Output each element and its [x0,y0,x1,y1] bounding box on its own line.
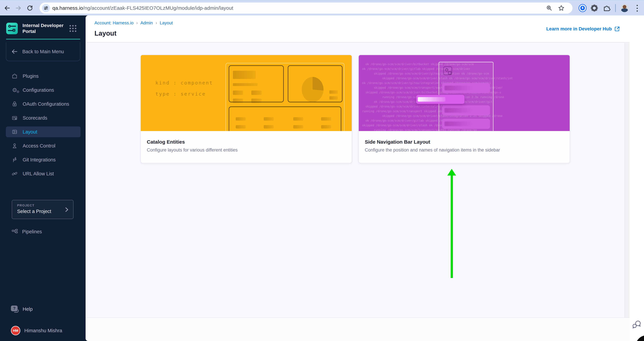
mock-about-card [229,65,284,102]
annotation-arrow-head [447,169,456,176]
sidebar-item-oauth-configurations[interactable]: OAuth Configurations [6,99,80,109]
zoom-icon[interactable] [546,5,552,11]
pipelines-icon [12,228,18,235]
scorecard-icon [12,115,18,121]
puzzle-icon [12,73,18,79]
page-header: Account: Harness.io › Admin › Layout Lay… [86,16,630,43]
catalog-entities-card[interactable]: kind : component type : service [140,55,352,163]
scrollbar-track[interactable] [624,43,630,317]
mock-chart-card [288,65,342,102]
chat-support-icon[interactable] [632,320,642,329]
user-name: Himanshu Mishra [24,328,62,333]
screen: qa.harness.io/ng/account/zEaak-FLS425IEO… [0,0,644,341]
annotation-arrow-shaft [451,175,453,278]
module-grid-icon[interactable] [70,25,76,32]
sidebar-item-pipelines[interactable]: Pipelines [6,226,80,237]
sidebar-item-layout[interactable]: Layout [6,127,80,137]
gears-icon: ⚙ [12,87,18,93]
site-settings-icon[interactable] [42,4,50,12]
link-icon [12,171,18,177]
mock-table-card [229,107,341,131]
extensions-puzzle-icon[interactable] [603,4,611,13]
sidebar-item-configurations[interactable]: ⚙ Configurations [6,85,80,95]
learn-more-link[interactable]: Learn more in Developer Hub [546,26,620,32]
project-value: Select a Project [17,209,51,214]
yaml-kind-text: kind : component [156,80,213,86]
password-manager-extension-icon[interactable] [578,4,586,12]
card-subtitle: Configure the position and names of navi… [365,148,564,153]
sidebar-help[interactable]: Help [6,304,80,314]
yaml-type-text: type : service [156,91,206,97]
mock-sidebar-logo [443,66,452,75]
back-label: Back to Main Menu [22,49,64,55]
external-link-icon [614,26,620,32]
teal-divider [6,39,80,40]
card-title: Side Navigation Bar Layout [365,139,564,145]
url-path: /ng/account/zEaak-FLS425IEO7OLzMUg/modul… [83,5,233,11]
sidebar-item-git-integrations[interactable]: Git Integrations [6,154,80,165]
starburst-extension-icon[interactable] [590,4,598,13]
url-bar[interactable]: qa.harness.io/ng/account/zEaak-FLS425IEO… [40,3,572,14]
mock-nav-item [442,119,490,129]
sidebar-item-access-control[interactable]: Access Control [6,140,80,151]
sidebar-item-scorecards[interactable]: Scorecards [6,113,80,123]
idp-logo-icon[interactable] [6,23,18,34]
bookmark-star-icon[interactable] [558,5,564,11]
mouse-cursor [634,335,644,341]
browser-profile-avatar[interactable] [620,4,628,12]
breadcrumb-separator: › [156,20,157,26]
mock-nav-item [442,105,490,115]
browser-refresh-icon[interactable] [26,4,34,12]
back-arrow-icon [11,48,18,55]
main-panel: Account: Harness.io › Admin › Layout Lay… [86,16,630,341]
card-title: Catalog Entities [147,139,346,145]
layout-icon [12,129,18,135]
sidebar-user[interactable]: HM Himanshu Mishra [6,325,80,336]
url-text[interactable]: qa.harness.io/ng/account/zEaak-FLS425IEO… [52,3,233,14]
browser-forward-icon[interactable] [15,4,22,12]
mock-dragged-nav-item [416,95,464,104]
breadcrumb-account[interactable]: Account: Harness.io [94,20,134,26]
url-domain: qa.harness.io [52,5,83,11]
breadcrumb: Account: Harness.io › Admin › Layout [94,20,173,26]
right-gutter [630,16,644,341]
browser-toolbar: qa.harness.io/ng/account/zEaak-FLS425IEO… [0,0,644,16]
sidebar-menu: Plugins ⚙ Configurations OAuth Configura… [6,71,80,179]
person-icon [12,143,18,149]
lock-icon [12,101,18,107]
mock-pie-chart [302,77,324,102]
chevron-right-icon [64,206,70,213]
side-nav-illustration: ok /drone/go-scm/scm/driver/bitbucket sk… [359,55,570,131]
breadcrumb-separator: › [136,20,138,26]
catalog-entities-illustration: kind : component type : service [141,55,352,131]
side-nav-layout-card[interactable]: ok /drone/go-scm/scm/driver/bitbucket sk… [358,55,570,163]
browser-menu-icon[interactable] [636,5,639,12]
sidebar: Internal Developer Portal Back to Main M… [0,16,86,341]
back-to-main-menu[interactable]: Back to Main Menu [6,42,80,61]
sidebar-app-title: Internal Developer Portal [22,23,64,34]
page-footer [86,317,630,341]
project-selector[interactable]: PROJECT Select a Project [12,200,74,219]
sidebar-item-plugins[interactable]: Plugins [6,71,80,82]
project-label: PROJECT [17,204,34,207]
mock-nav-item [442,83,490,93]
help-chat-icon [11,305,19,313]
git-branch-icon [12,157,18,163]
user-avatar: HM [11,326,20,335]
sidebar-item-url-allow-list[interactable]: URL Allow List [6,168,80,179]
page-title: Layout [94,30,116,37]
browser-back-icon[interactable] [3,4,11,12]
breadcrumb-admin[interactable]: Admin [140,20,153,26]
toolbar-separator [615,4,616,12]
breadcrumb-layout[interactable]: Layout [160,20,173,26]
page-body: kind : component type : service [86,43,630,317]
card-subtitle: Configure layouts for various different … [147,148,346,153]
